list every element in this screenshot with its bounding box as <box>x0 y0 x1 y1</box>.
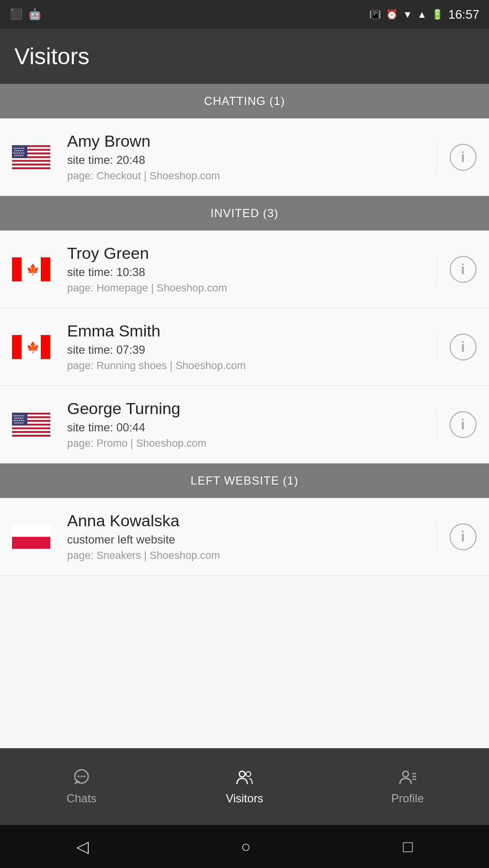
chats-icon <box>72 768 91 787</box>
visitor-row[interactable]: Anna Kowalska customer left website page… <box>0 498 489 576</box>
screen-icon: ⬛ <box>10 8 23 21</box>
svg-point-51 <box>246 772 251 776</box>
alarm-icon: ⏰ <box>386 9 398 20</box>
visitor-row[interactable]: 🍁 Troy Green site time: 10:38 page: Home… <box>0 231 489 308</box>
home-button[interactable]: ○ <box>241 837 251 856</box>
status-time: 16:57 <box>448 7 479 22</box>
visitor-site-time: customer left website <box>67 533 436 546</box>
info-icon-container[interactable]: i <box>436 334 479 360</box>
nav-item-chats[interactable]: Chats <box>0 758 163 815</box>
visitor-info: Emma Smith site time: 07:39 page: Runnin… <box>67 322 436 372</box>
svg-point-47 <box>78 775 80 777</box>
svg-point-52 <box>403 771 408 777</box>
visitor-page: page: Promo | Shoeshop.com <box>67 437 436 450</box>
svg-rect-34 <box>12 427 50 429</box>
info-icon[interactable]: i <box>450 256 477 283</box>
visitor-site-time: site time: 10:38 <box>67 266 436 279</box>
svg-text:🍁: 🍁 <box>26 341 40 354</box>
visitor-name: Emma Smith <box>67 322 436 340</box>
visitor-page: page: Checkout | Shoeshop.com <box>67 170 436 182</box>
info-icon-container[interactable]: i <box>436 256 479 283</box>
svg-point-48 <box>81 775 82 777</box>
svg-rect-38 <box>12 435 50 437</box>
visitor-row[interactable]: ★★★★★★ ★★★★★ ★★★★★★ ★★★★★ George Turning… <box>0 386 489 463</box>
wifi-icon: ▼ <box>403 9 412 20</box>
svg-rect-36 <box>12 431 50 433</box>
flag-us-icon: ★★★★★★ ★★★★★ ★★★★★★ ★★★★★ <box>12 145 50 169</box>
svg-text:🍁: 🍁 <box>26 263 40 276</box>
flag-us: ★★★★★★ ★★★★★ ★★★★★★ ★★★★★ <box>10 143 53 172</box>
signal-icon: ▲ <box>417 9 427 20</box>
svg-rect-33 <box>12 425 50 427</box>
visitor-row[interactable]: 🍁 Emma Smith site time: 07:39 page: Runn… <box>0 308 489 386</box>
svg-rect-9 <box>12 162 50 163</box>
info-icon-container[interactable]: i <box>436 523 479 550</box>
svg-rect-20 <box>41 257 50 281</box>
status-bar-left: ⬛ 🤖 <box>10 8 41 21</box>
visitor-page: page: Homepage | Shoeshop.com <box>67 282 436 294</box>
svg-rect-44 <box>12 525 50 537</box>
header: Visitors <box>0 29 489 84</box>
status-bar-right: 📳 ⏰ ▼ ▲ 🔋 16:57 <box>369 7 479 22</box>
svg-rect-7 <box>12 158 50 160</box>
bottom-nav: Chats Visitors Profile <box>0 748 489 825</box>
flag-us-icon: ★★★★★★ ★★★★★ ★★★★★★ ★★★★★ <box>12 413 50 437</box>
section-chatting-label: CHATTING (1) <box>204 94 285 107</box>
visitor-row[interactable]: ★★★★★★ ★★★★★ ★★★★★★ ★★★★★ Amy Brown site… <box>0 118 489 196</box>
section-left-website-header: LEFT WEBSITE (1) <box>0 463 489 498</box>
visitors-icon <box>235 768 254 787</box>
section-chatting-header: CHATTING (1) <box>0 84 489 118</box>
recent-button[interactable]: □ <box>403 837 413 856</box>
visitor-info: Troy Green site time: 10:38 page: Homepa… <box>67 244 436 294</box>
visitor-info: Anna Kowalska customer left website page… <box>67 511 436 562</box>
visitor-site-time: site time: 00:44 <box>67 421 436 434</box>
nav-label-visitors: Visitors <box>226 792 263 805</box>
vibrate-icon: 📳 <box>369 9 381 20</box>
svg-rect-8 <box>12 160 50 162</box>
flag-ca-icon: 🍁 <box>12 335 50 359</box>
flag-us: ★★★★★★ ★★★★★ ★★★★★★ ★★★★★ <box>10 410 53 439</box>
flag-ca-icon: 🍁 <box>12 257 50 281</box>
svg-rect-37 <box>12 433 50 435</box>
info-icon[interactable]: i <box>450 334 477 360</box>
visitor-name: Amy Brown <box>67 132 436 150</box>
info-icon[interactable]: i <box>450 411 477 438</box>
page-title: Visitors <box>14 43 475 69</box>
battery-icon: 🔋 <box>431 9 443 20</box>
nav-item-profile[interactable]: Profile <box>326 758 489 815</box>
flag-ca: 🍁 <box>10 255 53 284</box>
android-icon: 🤖 <box>28 8 41 21</box>
flag-pl-icon <box>12 525 50 549</box>
status-bar: ⬛ 🤖 📳 ⏰ ▼ ▲ 🔋 16:57 <box>0 0 489 29</box>
svg-rect-23 <box>12 335 22 359</box>
back-button[interactable]: ◁ <box>76 837 89 856</box>
nav-item-visitors[interactable]: Visitors <box>163 758 326 815</box>
visitor-name: Troy Green <box>67 244 436 263</box>
svg-point-49 <box>83 775 85 777</box>
back-icon: ◁ <box>76 837 89 856</box>
info-icon[interactable]: i <box>450 523 477 550</box>
visitor-name: Anna Kowalska <box>67 511 436 530</box>
flag-ca: 🍁 <box>10 333 53 361</box>
gesture-bar: ◁ ○ □ <box>0 825 489 868</box>
visitor-page: page: Sneakers | Shoeshop.com <box>67 549 436 562</box>
svg-rect-35 <box>12 429 50 431</box>
home-icon: ○ <box>241 837 251 856</box>
visitor-info: Amy Brown site time: 20:48 page: Checkou… <box>67 132 436 182</box>
info-icon[interactable]: i <box>450 144 477 171</box>
info-icon-container[interactable]: i <box>436 144 479 171</box>
recent-icon: □ <box>403 837 413 856</box>
visitor-name: George Turning <box>67 399 436 418</box>
section-invited-header: INVITED (3) <box>0 196 489 231</box>
flag-pl <box>10 522 53 551</box>
visitor-page: page: Running shoes | Shoeshop.com <box>67 359 436 372</box>
section-invited-label: INVITED (3) <box>210 207 279 220</box>
svg-rect-24 <box>41 335 50 359</box>
profile-icon <box>398 768 417 787</box>
svg-text:★★★★★: ★★★★★ <box>14 154 24 157</box>
svg-rect-11 <box>12 165 50 167</box>
svg-rect-45 <box>12 537 50 549</box>
svg-rect-19 <box>12 257 22 281</box>
nav-label-profile: Profile <box>391 792 424 805</box>
info-icon-container[interactable]: i <box>436 411 479 438</box>
